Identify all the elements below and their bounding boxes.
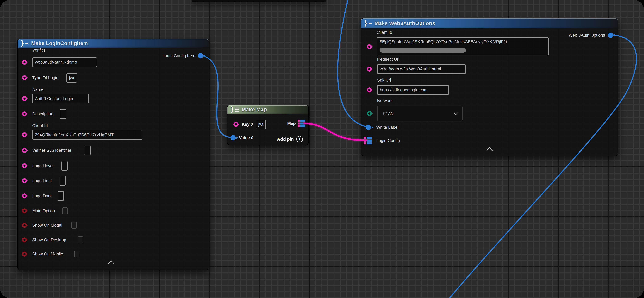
bool-pin[interactable] [22, 252, 27, 256]
string-pin[interactable] [367, 66, 372, 72]
string-pin[interactable] [22, 96, 27, 101]
node-title: Make LoginConfigItem [31, 40, 88, 46]
client-id-input[interactable]: 294QRkchfq2YaXUbPri7D6PH7xzHgQMT [32, 130, 142, 140]
client-id-input[interactable]: BEglQSgt4cUWcj6SKRdu5QkOXTsePmMcusG5EAoy… [377, 38, 549, 55]
bool-pin[interactable] [22, 237, 27, 242]
pin-label: Logo Hover [32, 163, 54, 169]
pin-label: Verifier [32, 48, 45, 53]
wire-map-to-loginconfig[interactable] [304, 123, 366, 140]
chevron-down-icon [454, 111, 458, 115]
logo-light-input[interactable] [60, 176, 66, 186]
logo-dark-input[interactable] [58, 191, 64, 201]
plus-circle-icon: + [296, 136, 303, 142]
main-option-checkbox[interactable] [62, 208, 68, 214]
pin-label: Logo Light [32, 178, 52, 184]
add-pin-label: Add pin [277, 137, 294, 142]
show-on-desktop-checkbox[interactable] [78, 236, 83, 243]
output-pin-label: Login Config Item [162, 53, 195, 58]
client-id-value: BEglQSgt4cUWcj6SKRdu5QkOXTsePmMcusG5EAoy… [379, 40, 548, 44]
pin-label: Type Of Login [32, 75, 58, 80]
horizontal-scrollbar[interactable] [380, 48, 466, 52]
pin-label: Verifier Sub Identifier [32, 148, 72, 153]
pin-label: Login Config [376, 138, 400, 144]
pin-label: Network [377, 98, 392, 104]
node-make-map[interactable]: } Make Map Key 0 jwt Map Value 0 Add pin… [227, 105, 309, 145]
string-pin[interactable] [22, 148, 27, 153]
node-make-loginconfigitem[interactable]: } Make LoginConfigItem Login Config Item… [17, 39, 209, 270]
type-of-login-input[interactable]: jwt [66, 73, 77, 82]
login-config-map-pin[interactable] [364, 137, 372, 144]
node-title: Make Map [242, 106, 267, 112]
string-pin[interactable] [367, 44, 372, 49]
white-label-pin[interactable] [366, 125, 371, 130]
name-input[interactable]: Auth0 Custom Login [32, 94, 89, 104]
bool-pin[interactable] [22, 223, 27, 228]
make-struct-icon: } [21, 40, 24, 46]
make-struct-icon [368, 23, 372, 24]
login-config-item-output-pin[interactable] [198, 53, 203, 58]
pin-label: Key 0 [242, 122, 253, 127]
web3auth-options-output-pin[interactable] [608, 32, 613, 38]
string-pin[interactable] [22, 132, 27, 137]
key-0-input[interactable]: jwt [256, 120, 266, 129]
pin-label: Show On Desktop [32, 237, 66, 243]
string-pin[interactable] [22, 194, 27, 198]
string-pin[interactable] [22, 60, 27, 65]
pin-label: Show On Modal [32, 222, 62, 228]
blueprint-editor: } Make LoginConfigItem Login Config Item… [0, 0, 644, 298]
make-struct-icon: } [364, 20, 367, 26]
output-pin-label: Map [287, 121, 296, 126]
enum-pin[interactable] [367, 111, 372, 116]
bool-pin[interactable] [22, 208, 27, 213]
wire-map-to-loginconfig-glow [304, 123, 366, 140]
pin-label: Logo Dark [32, 193, 52, 199]
string-pin[interactable] [234, 122, 238, 127]
collapse-node-chevron-icon[interactable] [108, 260, 114, 267]
value-0-pin[interactable] [230, 135, 236, 140]
pin-label: Client Id [32, 123, 48, 128]
string-pin[interactable] [22, 75, 27, 80]
show-on-modal-checkbox[interactable] [72, 222, 77, 229]
add-pin-button[interactable]: Add pin + [277, 136, 303, 142]
collapse-node-chevron-icon[interactable] [486, 147, 493, 154]
node-header[interactable]: } Make LoginConfigItem [18, 39, 209, 48]
node-header[interactable]: } Make Web3AuthOptions [361, 18, 618, 28]
string-pin[interactable] [367, 88, 372, 92]
string-pin[interactable] [22, 112, 27, 116]
sdk-url-input[interactable]: https://sdk.openlogin.com [377, 85, 449, 95]
pin-label: Main Option [32, 208, 55, 214]
network-selected-value: CYAN [383, 111, 394, 116]
network-dropdown[interactable]: CYAN [377, 106, 462, 121]
string-pin[interactable] [22, 163, 27, 168]
make-map-icon: } [231, 106, 234, 112]
make-map-icon [235, 108, 239, 112]
offscreen-node-edge [192, 0, 326, 2]
pin-label: Client Id [377, 30, 392, 35]
pin-label: Name [32, 87, 44, 92]
pin-label: Value 0 [239, 135, 254, 140]
verifier-sub-identifier-input[interactable] [84, 146, 90, 155]
show-on-mobile-checkbox[interactable] [74, 250, 80, 258]
blueprint-graph-canvas[interactable]: } Make LoginConfigItem Login Config Item… [0, 0, 644, 298]
make-struct-icon [25, 43, 28, 44]
pin-label: Show On Mobile [32, 251, 63, 257]
node-title: Make Web3AuthOptions [374, 20, 435, 26]
pin-label: Redirect Url [377, 56, 400, 62]
pin-label: Description [32, 111, 53, 117]
node-make-web3authoptions[interactable]: } Make Web3AuthOptions Web 3Auth Options… [361, 18, 618, 156]
verifier-input[interactable]: web3auth-auth0-demo [32, 57, 97, 67]
map-output-pin[interactable] [298, 120, 305, 127]
pin-label: Sdk Url [377, 77, 391, 83]
output-pin-label: Web 3Auth Options [568, 32, 605, 38]
string-pin[interactable] [22, 178, 27, 183]
logo-hover-input[interactable] [62, 161, 68, 171]
description-input[interactable] [60, 109, 66, 119]
redirect-url-input[interactable]: w3a://com.w3a.Web3AuthUnreal [377, 64, 466, 74]
pin-label: White Label [376, 124, 398, 130]
node-header[interactable]: } Make Map [228, 105, 308, 114]
